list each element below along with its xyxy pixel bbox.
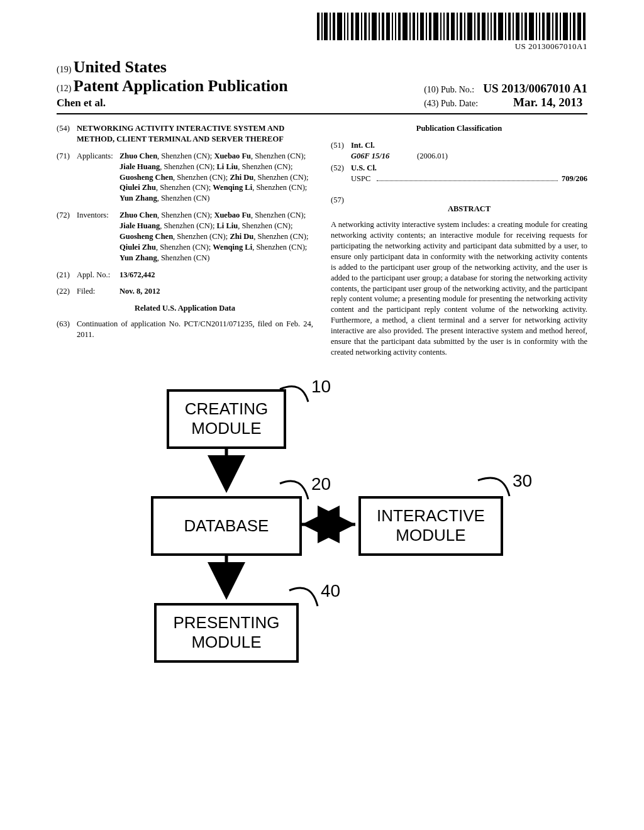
svg-rect-12 — [369, 13, 370, 40]
pubno-code: (10) — [424, 85, 438, 94]
svg-rect-28 — [440, 13, 441, 40]
barcode-section: US 20130067010A1 — [57, 13, 587, 52]
header-divider — [57, 113, 587, 114]
barcode-text: US 20130067010A1 — [317, 42, 587, 52]
diagram-box-creating: CREATINGMODULE — [167, 389, 286, 449]
svg-rect-44 — [508, 13, 511, 40]
svg-rect-34 — [464, 13, 465, 40]
svg-rect-59 — [573, 13, 575, 40]
svg-rect-40 — [491, 13, 492, 40]
svg-rect-55 — [555, 13, 558, 40]
svg-rect-19 — [398, 13, 401, 40]
filed-value: Nov. 8, 2012 — [119, 286, 313, 297]
inventors-value: Zhuo Chen, Shenzhen (CN); Xuebao Fu, She… — [119, 210, 313, 263]
svg-rect-48 — [525, 13, 527, 40]
uspc-value: 709/206 — [562, 174, 587, 184]
svg-rect-9 — [355, 13, 359, 40]
svg-rect-11 — [364, 13, 367, 40]
intcl-code: (51) — [331, 140, 351, 162]
svg-rect-58 — [570, 13, 571, 40]
svg-rect-39 — [487, 13, 489, 40]
continuation-text: Continuation of application No. PCT/CN20… — [77, 319, 313, 340]
diagram-box-creating-label: CREATINGMODULE — [185, 399, 268, 438]
svg-rect-8 — [351, 13, 353, 40]
diagram-label-20: 20 — [311, 474, 331, 494]
svg-rect-45 — [513, 13, 514, 40]
svg-rect-6 — [344, 13, 345, 40]
svg-rect-49 — [529, 13, 534, 40]
applicants-code: (71) — [57, 151, 77, 204]
svg-rect-15 — [382, 13, 384, 40]
svg-rect-29 — [443, 13, 445, 40]
related-heading: Related U.S. Application Data — [57, 303, 313, 314]
pubdate-code: (43) — [424, 99, 438, 108]
pub-type: Patent Application Publication — [74, 77, 288, 95]
svg-rect-3 — [330, 13, 331, 40]
header: (19) United States (12) Patent Applicati… — [57, 58, 587, 109]
inventors-label: Inventors: — [77, 210, 119, 263]
svg-rect-51 — [539, 13, 540, 40]
uspc-dots — [377, 180, 558, 181]
diagram-label-30: 30 — [513, 471, 532, 491]
right-column: Publication Classification (51) Int. Cl.… — [331, 123, 587, 358]
uscl-label: U.S. Cl. — [351, 163, 587, 174]
svg-rect-38 — [482, 13, 486, 40]
applno-code: (21) — [57, 270, 77, 280]
svg-rect-30 — [447, 13, 449, 40]
svg-rect-60 — [577, 13, 581, 40]
diagram-label-40: 40 — [321, 581, 340, 601]
svg-rect-1 — [321, 13, 323, 40]
intcl-label: Int. Cl. — [351, 140, 587, 151]
svg-rect-46 — [516, 13, 519, 40]
filed-code: (22) — [57, 286, 77, 297]
patent-title: NETWORKING ACTIVITY INTERACTIVE SYSTEM A… — [77, 123, 313, 145]
svg-rect-33 — [460, 13, 462, 40]
applicants-label: Applicants: — [77, 151, 119, 204]
svg-rect-47 — [521, 13, 523, 40]
diagram-box-presenting: PRESENTINGMODULE — [154, 603, 299, 663]
svg-rect-32 — [457, 13, 458, 40]
svg-rect-4 — [333, 13, 335, 40]
pubno-value: US 2013/0067010 A1 — [483, 82, 587, 95]
body-columns: (54) NETWORKING ACTIVITY INTERACTIVE SYS… — [57, 123, 587, 358]
svg-rect-13 — [372, 13, 377, 40]
svg-rect-36 — [474, 13, 475, 40]
applno-value: 13/672,442 — [119, 270, 313, 280]
svg-rect-7 — [347, 13, 348, 40]
svg-rect-2 — [324, 13, 328, 40]
svg-rect-52 — [542, 13, 545, 40]
classification-heading: Publication Classification — [331, 123, 587, 134]
svg-rect-31 — [451, 13, 455, 40]
abstract-text: A networking activity interactive system… — [331, 219, 587, 357]
svg-rect-23 — [417, 13, 418, 40]
svg-rect-14 — [379, 13, 380, 40]
svg-rect-21 — [409, 13, 411, 40]
filed-label: Filed: — [77, 286, 119, 297]
pubdate-value: Mar. 14, 2013 — [513, 96, 582, 109]
applicants-value: Zhuo Chen, Shenzhen (CN); Xuebao Fu, She… — [119, 151, 313, 204]
diagram-box-database-label: DATABASE — [184, 516, 269, 536]
svg-rect-43 — [505, 13, 506, 40]
author-line: Chen et al. — [57, 97, 288, 109]
diagram-label-10: 10 — [311, 377, 331, 397]
country-code: (19) — [57, 65, 71, 74]
inventors-code: (72) — [57, 210, 77, 263]
svg-rect-42 — [498, 13, 503, 40]
applno-label: Appl. No.: — [77, 270, 119, 280]
svg-rect-27 — [433, 13, 438, 40]
svg-rect-61 — [583, 13, 586, 40]
left-column: (54) NETWORKING ACTIVITY INTERACTIVE SYS… — [57, 123, 313, 358]
abstract-heading: ABSTRACT — [351, 204, 587, 214]
svg-rect-37 — [477, 13, 480, 40]
continuation-code: (63) — [57, 319, 77, 340]
diagram-box-interactive: INTERACTIVEMODULE — [358, 496, 503, 556]
pub-type-code: (12) — [57, 84, 71, 93]
barcode-icon: US 20130067010A1 — [317, 13, 587, 52]
svg-rect-17 — [392, 13, 393, 40]
svg-rect-57 — [563, 13, 568, 40]
svg-rect-54 — [552, 13, 553, 40]
diagram-box-database: DATABASE — [151, 496, 302, 556]
pubdate-label: Pub. Date: — [441, 99, 478, 108]
svg-rect-53 — [547, 13, 550, 40]
svg-rect-22 — [413, 13, 415, 40]
